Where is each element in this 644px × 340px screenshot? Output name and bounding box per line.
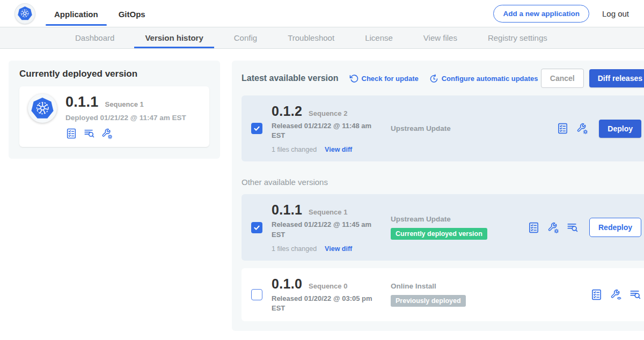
version-status-badge: Currently deployed version bbox=[391, 228, 487, 240]
subnav-item-registry-settings[interactable]: Registry settings bbox=[488, 27, 547, 48]
source-label: Online Install bbox=[391, 282, 528, 290]
version-select-checkbox[interactable] bbox=[251, 289, 262, 300]
redeploy-button[interactable]: Redeploy bbox=[589, 218, 641, 237]
subnav-item-version-history[interactable]: Version history bbox=[145, 27, 203, 48]
version-number: 0.1.0 bbox=[272, 276, 302, 292]
logout-button[interactable]: Log out bbox=[602, 9, 629, 18]
top-nav: Application GitOps Add a new application… bbox=[0, 0, 644, 27]
release-notes-icon[interactable] bbox=[590, 289, 603, 301]
subnav-item-dashboard[interactable]: Dashboard bbox=[75, 27, 114, 48]
released-timestamp: Released 01/21/22 @ 11:48 am EST bbox=[272, 121, 377, 141]
deployed-icon-row bbox=[65, 128, 186, 139]
deploy-button[interactable]: Deploy bbox=[599, 120, 641, 138]
view-diff-link[interactable]: View diff bbox=[325, 146, 352, 153]
version-row-0.1.1: 0.1.1 Sequence 1 Released 01/21/22 @ 11:… bbox=[241, 194, 644, 260]
view-config-icon[interactable] bbox=[610, 289, 622, 301]
tab-application[interactable]: Application bbox=[53, 9, 99, 19]
version-source: Upstream Update bbox=[391, 124, 528, 132]
other-versions-title: Other available versions bbox=[241, 178, 644, 187]
app-logo-large bbox=[28, 94, 57, 123]
version-status-badge: Previously deployed bbox=[391, 295, 466, 307]
deployed-sequence-label: Sequence 1 bbox=[105, 100, 144, 108]
version-actions bbox=[590, 289, 641, 301]
release-notes-icon[interactable] bbox=[557, 122, 569, 135]
version-row-0.1.0: 0.1.0 Sequence 0 Released 01/20/22 @ 03:… bbox=[241, 268, 644, 321]
sequence-label: Sequence 0 bbox=[309, 282, 347, 290]
release-notes-icon[interactable] bbox=[65, 128, 77, 139]
sequence-label: Sequence 1 bbox=[309, 208, 347, 216]
configure-automatic-updates-link[interactable]: Configure automatic updates bbox=[429, 74, 538, 83]
view-logs-icon[interactable] bbox=[83, 128, 95, 139]
auto-update-icon bbox=[429, 74, 438, 83]
deployed-panel-title: Currently deployed version bbox=[19, 69, 209, 79]
deployed-version-number: 0.1.1 bbox=[65, 94, 99, 110]
subnav-item-troubleshoot[interactable]: Troubleshoot bbox=[288, 27, 334, 48]
version-info: 0.1.1 Sequence 1 Released 01/21/22 @ 11:… bbox=[272, 202, 391, 252]
other-version-rows: 0.1.1 Sequence 1 Released 01/21/22 @ 11:… bbox=[241, 194, 644, 321]
view-logs-icon[interactable] bbox=[566, 221, 579, 234]
version-row-0.1.2: 0.1.2 Sequence 2 Released 01/21/22 @ 11:… bbox=[241, 95, 644, 161]
version-select-checkbox[interactable] bbox=[251, 222, 262, 233]
deployed-timestamp: Deployed 01/21/22 @ 11:47 am EST bbox=[65, 114, 186, 122]
version-info: 0.1.2 Sequence 2 Released 01/21/22 @ 11:… bbox=[272, 104, 391, 153]
diff-releases-button[interactable]: Diff releases bbox=[589, 69, 644, 87]
cancel-button[interactable]: Cancel bbox=[541, 69, 584, 88]
check-for-update-link[interactable]: Check for update bbox=[349, 74, 419, 83]
main-content: Currently deployed version 0.1.1 Sequenc… bbox=[0, 49, 644, 331]
version-source: Online Install Previously deployed bbox=[391, 282, 528, 307]
latest-version-header: Latest available version Check for updat… bbox=[241, 69, 644, 88]
release-notes-icon[interactable] bbox=[528, 221, 540, 234]
version-history-panel: Latest available version Check for updat… bbox=[232, 61, 644, 331]
subnav-item-config[interactable]: Config bbox=[234, 27, 257, 48]
version-select-checkbox[interactable] bbox=[251, 123, 262, 134]
refresh-icon bbox=[349, 74, 358, 83]
version-number: 0.1.1 bbox=[272, 202, 302, 218]
latest-version-title: Latest available version bbox=[241, 73, 339, 83]
source-label: Upstream Update bbox=[391, 215, 528, 223]
version-number: 0.1.2 bbox=[272, 104, 302, 119]
currently-deployed-panel: Currently deployed version 0.1.1 Sequenc… bbox=[9, 61, 220, 159]
released-timestamp: Released 01/20/22 @ 03:05 pm EST bbox=[272, 294, 377, 313]
kubernetes-icon bbox=[31, 98, 54, 119]
version-actions: Redeploy bbox=[528, 218, 641, 237]
app-logo bbox=[15, 4, 35, 24]
view-diff-link[interactable]: View diff bbox=[325, 245, 352, 253]
app-sub-nav: DashboardVersion historyConfigTroublesho… bbox=[0, 27, 644, 49]
version-actions: Deploy bbox=[557, 120, 641, 138]
add-new-application-button[interactable]: Add a new application bbox=[493, 5, 589, 23]
edit-config-icon[interactable] bbox=[547, 221, 559, 234]
source-label: Upstream Update bbox=[391, 124, 528, 132]
subnav-item-view-files[interactable]: View files bbox=[423, 27, 457, 48]
subnav-item-license[interactable]: License bbox=[365, 27, 393, 48]
deployed-version-card: 0.1.1 Sequence 1 Deployed 01/21/22 @ 11:… bbox=[19, 86, 209, 147]
edit-config-icon[interactable] bbox=[101, 128, 113, 139]
files-changed-label: 1 files changed bbox=[272, 146, 317, 153]
sequence-label: Sequence 2 bbox=[309, 109, 347, 117]
top-tabs: Application GitOps bbox=[53, 0, 147, 27]
edit-config-icon[interactable] bbox=[576, 122, 588, 135]
latest-version-rows: 0.1.2 Sequence 2 Released 01/21/22 @ 11:… bbox=[241, 95, 644, 161]
files-changed-label: 1 files changed bbox=[272, 245, 317, 253]
tab-gitops[interactable]: GitOps bbox=[118, 9, 147, 19]
released-timestamp: Released 01/21/22 @ 11:45 am EST bbox=[272, 220, 377, 239]
version-info: 0.1.0 Sequence 0 Released 01/20/22 @ 03:… bbox=[272, 276, 391, 313]
view-logs-icon[interactable] bbox=[629, 289, 641, 301]
kubernetes-icon bbox=[18, 6, 32, 20]
version-source: Upstream Update Currently deployed versi… bbox=[391, 215, 528, 240]
